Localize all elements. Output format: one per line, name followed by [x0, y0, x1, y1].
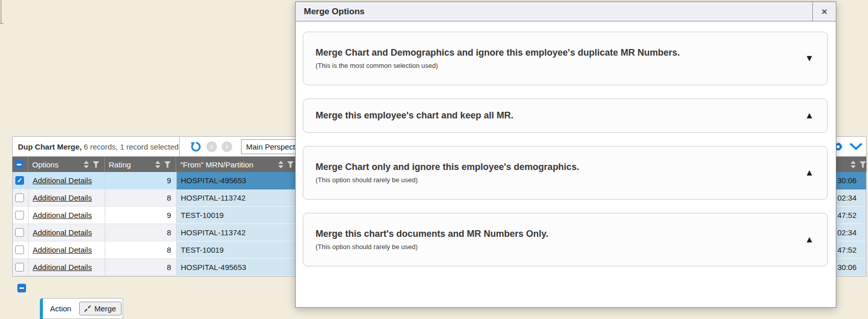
filter-icon[interactable] — [287, 161, 294, 168]
merge-option-title: Merge this chart's documents and MR Numb… — [316, 229, 548, 239]
sort-icon[interactable] — [278, 161, 283, 168]
additional-details-link[interactable]: Additional Details — [33, 211, 92, 219]
grid-toolbar-right — [833, 142, 866, 152]
dialog-header: Merge Options × — [296, 2, 836, 21]
mrn-cell: TEST-10019 — [177, 241, 300, 259]
mrn-cell: HOSPITAL-495653 — [177, 259, 300, 276]
dialog-body: Merge Chart and Demographics and ignore … — [296, 21, 836, 266]
merge-button-label: Merge — [94, 304, 116, 313]
rating-cell: 9 — [105, 172, 177, 189]
merge-button[interactable]: Merge — [79, 302, 122, 315]
merge-option-title: Merge Chart only and ignore this employe… — [316, 162, 579, 173]
additional-details-link[interactable]: Additional Details — [33, 263, 92, 272]
action-bar-accent — [40, 298, 43, 319]
rating-cell: 9 — [105, 207, 177, 224]
merge-option-text: Merge Chart and Demographics and ignore … — [316, 47, 680, 69]
row-checkbox[interactable] — [15, 228, 24, 237]
filter-icon[interactable] — [859, 161, 866, 168]
merge-options-dialog: Merge Options × Merge Chart and Demograp… — [295, 2, 836, 308]
sort-icon[interactable] — [851, 161, 856, 168]
column-header-label: "From" MRN/Partition — [180, 160, 253, 169]
footer-select-all-checkbox[interactable] — [17, 284, 26, 292]
time-cell: 02:34 — [836, 224, 866, 241]
grid-records-summary: 6 records, 1 record selected — [84, 142, 179, 151]
action-label: Action — [50, 304, 71, 313]
merge-option-3[interactable]: Merge Chart only and ignore this employe… — [303, 146, 828, 200]
column-header-label: Rating — [109, 160, 131, 169]
row-checkbox[interactable] — [15, 193, 24, 202]
merge-option-subtitle: (This option should rarely be used) — [316, 243, 548, 251]
column-header-label: Options — [32, 160, 59, 169]
filter-icon[interactable] — [92, 161, 100, 168]
select-all-checkbox[interactable] — [15, 160, 23, 168]
merge-option-2[interactable]: Merge this employee's chart and keep all… — [303, 99, 828, 133]
perspective-value: Main Perspecti — [246, 142, 297, 151]
additional-details-link[interactable]: Additional Details — [33, 176, 92, 185]
row-checkbox[interactable] — [15, 246, 24, 254]
additional-details-link[interactable]: Additional Details — [33, 246, 92, 254]
close-icon[interactable]: × — [812, 2, 836, 21]
merge-icon — [84, 305, 91, 312]
grid-title-text: Dup Chart Merge, — [18, 142, 82, 151]
dialog-title: Merge Options — [296, 2, 365, 21]
rating-cell: 8 — [105, 224, 177, 241]
rating-cell: 8 — [105, 241, 177, 259]
rating-cell: 8 — [105, 259, 177, 276]
merge-option-1[interactable]: Merge Chart and Demographics and ignore … — [303, 32, 828, 85]
prev-page-button[interactable]: ‹ — [206, 141, 217, 152]
column-header-time[interactable] — [837, 157, 866, 172]
row-checkbox[interactable] — [15, 263, 24, 272]
mrn-cell: HOSPITAL-113742 — [177, 224, 300, 241]
triangle-up-icon[interactable]: ▲ — [805, 167, 814, 178]
sort-icon[interactable] — [155, 161, 160, 168]
chevron-down-icon[interactable] — [850, 143, 862, 151]
row-checkbox[interactable] — [15, 211, 24, 219]
merge-option-4[interactable]: Merge this chart's documents and MR Numb… — [303, 213, 828, 266]
column-header-mrn[interactable]: "From" MRN/Partition — [176, 157, 299, 172]
merge-option-text: Merge Chart only and ignore this employe… — [316, 162, 579, 184]
header-select-all-cell — [12, 157, 28, 172]
grid-title: Dup Chart Merge, 6 records, 1 record sel… — [13, 137, 180, 156]
filter-icon[interactable] — [164, 161, 171, 168]
mrn-cell: TEST-10019 — [177, 207, 300, 224]
time-cell: 30:06 — [836, 259, 866, 276]
window-edge-line — [0, 23, 4, 24]
time-cell: 30:06 — [836, 172, 866, 189]
triangle-up-icon[interactable]: ▲ — [805, 234, 814, 245]
row-checkbox[interactable] — [15, 176, 24, 185]
mrn-cell: HOSPITAL-113742 — [177, 189, 300, 207]
time-cell: 47:52 — [836, 207, 866, 224]
refresh-icon[interactable] — [190, 141, 202, 153]
next-page-button[interactable]: › — [222, 141, 232, 152]
time-cell: 02:34 — [836, 189, 866, 207]
column-header-options[interactable]: Options — [28, 157, 105, 172]
window-edge-line — [1, 0, 2, 23]
merge-option-text: Merge this chart's documents and MR Numb… — [316, 229, 548, 251]
triangle-down-icon[interactable]: ▼ — [805, 53, 814, 64]
action-bar: Action Merge — [40, 298, 123, 319]
app-window: Dup Chart Merge, 6 records, 1 record sel… — [0, 0, 868, 319]
merge-option-text: Merge this employee's chart and keep all… — [316, 110, 513, 121]
merge-option-subtitle: (This option should rarely be used) — [316, 176, 579, 184]
merge-option-title: Merge this employee's chart and keep all… — [316, 110, 513, 121]
additional-details-link[interactable]: Additional Details — [33, 193, 92, 202]
rating-cell: 8 — [105, 189, 177, 207]
additional-details-link[interactable]: Additional Details — [33, 228, 92, 237]
triangle-up-icon[interactable]: ▲ — [805, 110, 814, 121]
sort-icon[interactable] — [84, 161, 89, 168]
time-cell: 47:52 — [836, 241, 866, 259]
column-header-rating[interactable]: Rating — [105, 157, 176, 172]
merge-option-subtitle: (This is the most common selection used) — [316, 62, 680, 69]
merge-option-title: Merge Chart and Demographics and ignore … — [316, 47, 680, 58]
mrn-cell: HOSPITAL-495653 — [177, 172, 300, 189]
